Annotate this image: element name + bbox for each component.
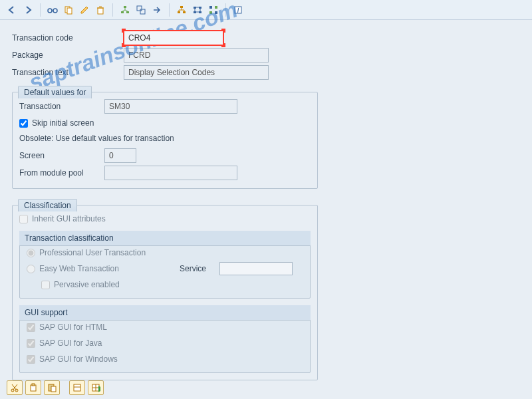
package-label: Package (12, 51, 124, 60)
copy-icon[interactable] (62, 3, 75, 17)
svg-rect-16 (199, 11, 201, 13)
gui-html-checkbox (27, 323, 35, 332)
svg-rect-6 (121, 11, 124, 13)
copy-clipboard-icon[interactable] (25, 380, 41, 395)
module-pool-input[interactable] (104, 166, 237, 180)
structure-1-icon[interactable] (175, 3, 188, 17)
bottom-toolbar: ▶ (7, 380, 104, 395)
transaction-text-label: Transaction text (12, 68, 124, 77)
svg-rect-3 (67, 8, 72, 14)
focus-corner-icon (122, 43, 126, 47)
cut-icon[interactable] (7, 380, 23, 395)
svg-rect-19 (209, 11, 212, 14)
transaction-code-label: Transaction code (12, 33, 124, 43)
focus-corner-icon (122, 29, 126, 33)
gui-legend: GUI support (19, 305, 311, 321)
svg-rect-4 (98, 8, 103, 14)
easyweb-radio (27, 265, 35, 273)
content-area: Transaction code Package Transaction tex… (0, 20, 532, 384)
skip-initial-label: Skip initial screen (32, 118, 94, 128)
screen-input[interactable] (104, 148, 136, 163)
transaction-text-input[interactable] (124, 65, 269, 80)
forward-icon[interactable] (21, 3, 35, 17)
easyweb-label: Easy Web Transaction (39, 264, 119, 273)
gui-windows-label: SAP GUI for Windows (39, 354, 118, 364)
toolbar-separator (112, 3, 113, 17)
inherit-label: Inherit GUI attributes (32, 214, 106, 223)
svg-rect-13 (194, 7, 196, 9)
info-icon[interactable]: i (231, 3, 245, 17)
svg-rect-5 (124, 6, 126, 8)
defaults-group: Default values for Transaction Skip init… (12, 92, 318, 189)
paste-icon[interactable] (44, 380, 60, 395)
transaction-classification-group: Transaction classification Professional … (19, 231, 311, 299)
pervasive-label: Pervasive enabled (54, 280, 120, 289)
gui-java-label: SAP GUI for Java (39, 338, 102, 348)
svg-rect-14 (199, 7, 201, 9)
cascade-icon[interactable] (134, 3, 148, 17)
service-input[interactable] (219, 262, 293, 275)
toolbar-separator (40, 3, 41, 17)
svg-rect-20 (215, 11, 217, 14)
svg-text:▶: ▶ (98, 384, 100, 392)
transaction-code-input[interactable] (124, 31, 223, 45)
transaction-code-wrap (124, 31, 223, 45)
delete-icon[interactable] (94, 3, 107, 17)
layout-1-icon[interactable] (69, 380, 85, 395)
skip-initial-checkbox[interactable] (19, 119, 28, 128)
inherit-checkbox (19, 215, 28, 223)
svg-rect-15 (194, 11, 196, 13)
package-input[interactable] (124, 48, 269, 63)
svg-rect-18 (215, 6, 217, 9)
svg-rect-7 (126, 11, 129, 13)
gui-java-checkbox (27, 339, 35, 348)
edit-icon[interactable] (78, 3, 91, 17)
focus-corner-icon (221, 43, 225, 47)
svg-rect-26 (32, 384, 35, 386)
application-toolbar: i (0, 0, 532, 20)
pervasive-checkbox (41, 281, 50, 289)
svg-rect-29 (74, 384, 80, 391)
classification-group: Classification Inherit GUI attributes Tr… (12, 205, 318, 380)
module-pool-label: From module pool (19, 168, 104, 178)
svg-text:i: i (237, 5, 239, 15)
svg-rect-12 (183, 11, 186, 13)
hierarchy-up-icon[interactable] (118, 3, 132, 17)
structure-2-icon[interactable] (191, 3, 204, 17)
focus-corner-icon (221, 29, 225, 33)
gui-windows-checkbox (27, 355, 35, 364)
svg-rect-10 (180, 6, 183, 8)
svg-rect-11 (178, 11, 180, 13)
default-transaction-label: Transaction (19, 102, 104, 111)
layout-2-icon[interactable]: ▶ (88, 380, 104, 395)
back-icon[interactable] (5, 3, 19, 17)
arrow-right-icon[interactable] (150, 3, 164, 17)
service-label: Service (180, 264, 219, 273)
svg-point-0 (48, 9, 52, 13)
obsolete-note: Obsolete: Use default values for transac… (19, 134, 311, 143)
toolbar-separator (225, 3, 226, 17)
professional-label: Professional User Transaction (39, 248, 146, 257)
structure-3-icon[interactable] (207, 3, 220, 17)
gui-support-group: GUI support SAP GUI for HTML SAP GUI for… (19, 305, 311, 373)
glasses-icon[interactable] (46, 3, 59, 17)
svg-rect-8 (137, 6, 142, 11)
sap-gui-window: i saptrainsonline.com Transaction code P… (0, 0, 532, 399)
screen-label: Screen (19, 151, 104, 160)
toolbar-separator (169, 3, 170, 17)
classification-legend: Classification (18, 199, 77, 211)
svg-rect-9 (140, 9, 145, 14)
svg-rect-17 (209, 6, 212, 9)
svg-rect-28 (51, 386, 56, 392)
tc-legend: Transaction classification (19, 231, 311, 246)
professional-radio (27, 249, 35, 257)
default-transaction-input[interactable] (104, 99, 237, 114)
gui-html-label: SAP GUI for HTML (39, 323, 107, 332)
defaults-legend: Default values for (18, 86, 92, 98)
svg-point-1 (53, 9, 57, 13)
